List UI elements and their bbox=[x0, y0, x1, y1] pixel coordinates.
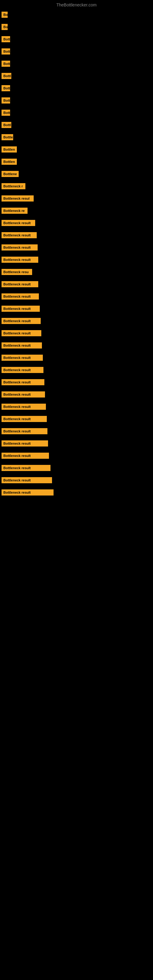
list-item: Bo bbox=[2, 21, 153, 33]
bottleneck-label[interactable]: Bottleneck result bbox=[2, 404, 46, 410]
list-item: Bott bbox=[2, 94, 153, 107]
list-item: Bottleneck resul bbox=[2, 192, 153, 205]
bottleneck-label[interactable]: Bo bbox=[2, 12, 8, 18]
bottleneck-label[interactable]: Bott bbox=[2, 110, 10, 116]
list-item: Bottleneck re bbox=[2, 205, 153, 217]
list-item: Bottleneck result bbox=[2, 229, 153, 241]
bottleneck-label[interactable]: Bottle bbox=[2, 134, 13, 140]
bottleneck-label[interactable]: Bottlen bbox=[2, 159, 17, 165]
bottleneck-label[interactable]: Bottleneck result bbox=[2, 355, 43, 361]
bottleneck-label[interactable]: Bott bbox=[2, 60, 10, 67]
list-item: Bottlen bbox=[2, 143, 153, 156]
list-item: Bottl bbox=[2, 70, 153, 82]
bottleneck-label[interactable]: Bottl bbox=[2, 73, 11, 79]
list-item: Bottleneck result bbox=[2, 364, 153, 376]
list-item: Bottleneck result bbox=[2, 290, 153, 302]
bottleneck-label[interactable]: Bottlen bbox=[2, 146, 17, 153]
bottleneck-label[interactable]: Bott bbox=[2, 36, 10, 42]
bottleneck-label[interactable]: Bottleneck result bbox=[2, 318, 41, 324]
list-item: Bott bbox=[2, 82, 153, 94]
bottleneck-label[interactable]: Bottleneck result bbox=[2, 441, 48, 447]
bottleneck-label[interactable]: Bottleneck resul bbox=[2, 196, 33, 202]
bottleneck-label[interactable]: Bottleneck r bbox=[2, 183, 26, 189]
items-container: BoBoBottBottBottBottlBottBottBottBottlBo… bbox=[0, 9, 153, 499]
list-item: Bottleneck result bbox=[2, 388, 153, 401]
list-item: Bott bbox=[2, 107, 153, 119]
bottleneck-label[interactable]: Bo bbox=[2, 24, 8, 30]
list-item: Bottleneck result bbox=[2, 486, 153, 499]
list-item: Bottleneck result bbox=[2, 462, 153, 474]
bottleneck-label[interactable]: Bottleneck re bbox=[2, 208, 27, 214]
list-item: Bottlene bbox=[2, 168, 153, 180]
site-title: TheBottlenecker.com bbox=[0, 0, 153, 9]
bottleneck-label[interactable]: Bott bbox=[2, 97, 10, 103]
bottleneck-label[interactable]: Bottleneck result bbox=[2, 428, 48, 434]
bottleneck-label[interactable]: Bottleneck result bbox=[2, 293, 39, 299]
list-item: Bott bbox=[2, 45, 153, 57]
bottleneck-label[interactable]: Bottleneck resu bbox=[2, 269, 32, 275]
bottleneck-label[interactable]: Bottl bbox=[2, 122, 11, 128]
list-item: Bottleneck result bbox=[2, 425, 153, 438]
bottleneck-label[interactable]: Bottleneck result bbox=[2, 379, 45, 385]
list-item: Bott bbox=[2, 33, 153, 45]
bottleneck-label[interactable]: Bottleneck result bbox=[2, 489, 54, 495]
list-item: Bottleneck result bbox=[2, 352, 153, 364]
list-item: Bottleneck result bbox=[2, 474, 153, 486]
list-item: Bottleneck result bbox=[2, 241, 153, 254]
list-item: Bo bbox=[2, 9, 153, 21]
bottleneck-label[interactable]: Bottleneck result bbox=[2, 391, 45, 398]
list-item: Bottleneck result bbox=[2, 315, 153, 327]
bottleneck-label[interactable]: Bottleneck result bbox=[2, 453, 49, 459]
list-item: Bottle bbox=[2, 131, 153, 143]
list-item: Bottleneck result bbox=[2, 254, 153, 266]
bottleneck-label[interactable]: Bottleneck result bbox=[2, 367, 43, 373]
bottleneck-label[interactable]: Bottleneck result bbox=[2, 305, 40, 312]
bottleneck-label[interactable]: Bottleneck result bbox=[2, 244, 38, 250]
list-item: Bottleneck result bbox=[2, 339, 153, 352]
list-item: Bottleneck r bbox=[2, 180, 153, 192]
bottleneck-label[interactable]: Bottleneck result bbox=[2, 342, 42, 348]
bottleneck-label[interactable]: Bott bbox=[2, 48, 10, 54]
list-item: Bottleneck result bbox=[2, 302, 153, 315]
list-item: Bottleneck result bbox=[2, 438, 153, 450]
list-item: Bottlen bbox=[2, 156, 153, 168]
list-item: Bottleneck result bbox=[2, 413, 153, 425]
bottleneck-label[interactable]: Bott bbox=[2, 85, 10, 91]
bottleneck-label[interactable]: Bottleneck result bbox=[2, 232, 37, 238]
bottleneck-label[interactable]: Bottleneck result bbox=[2, 416, 47, 422]
list-item: Bottleneck result bbox=[2, 450, 153, 462]
bottleneck-label[interactable]: Bottleneck result bbox=[2, 281, 38, 287]
list-item: Bottl bbox=[2, 119, 153, 131]
list-item: Bottleneck result bbox=[2, 217, 153, 229]
list-item: Bottleneck result bbox=[2, 376, 153, 388]
list-item: Bottleneck result bbox=[2, 278, 153, 290]
bottleneck-label[interactable]: Bottleneck result bbox=[2, 220, 35, 226]
bottleneck-label[interactable]: Bottleneck result bbox=[2, 477, 52, 483]
bottleneck-label[interactable]: Bottleneck result bbox=[2, 257, 38, 263]
list-item: Bottleneck resu bbox=[2, 266, 153, 278]
list-item: Bott bbox=[2, 57, 153, 70]
bottleneck-label[interactable]: Bottleneck result bbox=[2, 465, 51, 471]
bottleneck-label[interactable]: Bottleneck result bbox=[2, 330, 41, 336]
bottleneck-label[interactable]: Bottlene bbox=[2, 171, 19, 177]
list-item: Bottleneck result bbox=[2, 401, 153, 413]
list-item: Bottleneck result bbox=[2, 327, 153, 339]
